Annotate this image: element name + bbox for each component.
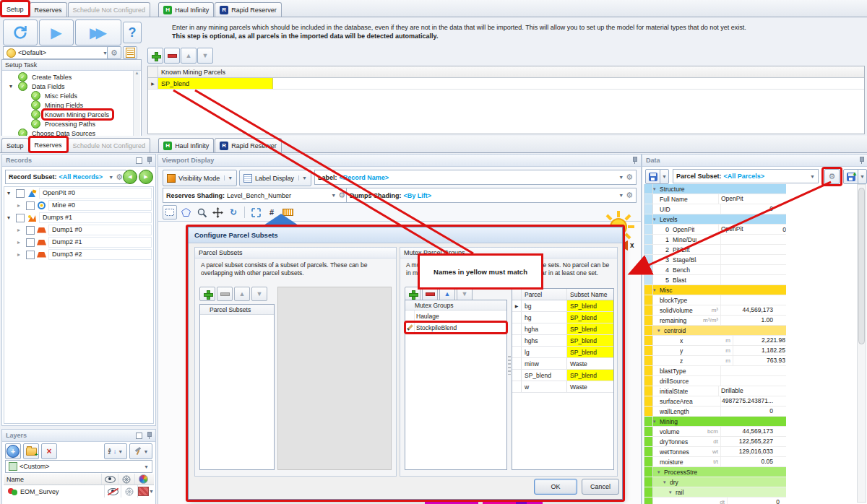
tab-setup[interactable]: Setup bbox=[1, 138, 29, 152]
tree-item-mine[interactable]: ▸ Mine #0 bbox=[4, 199, 153, 212]
parcel-table-row[interactable]: hg SP_blend bbox=[512, 312, 613, 323]
data-scrollbar[interactable] bbox=[857, 184, 866, 503]
expand-arrow-icon[interactable]: ▸ bbox=[17, 239, 24, 246]
property-row[interactable]: ▾ blastType bbox=[644, 366, 786, 376]
label-field[interactable]: Label: <Record Name> ▼ ⚙ bbox=[314, 170, 637, 185]
sort-layers-button[interactable]: AZ ↓ ▼ bbox=[104, 443, 127, 459]
tab-haul-infinity[interactable]: HHaul Infinity bbox=[158, 138, 214, 152]
parcel-table-row[interactable]: w Waste bbox=[512, 381, 613, 393]
property-row[interactable]: ▾ 5 Blast bbox=[644, 275, 786, 285]
parcel-table-row[interactable]: hgha SP_blend bbox=[512, 323, 613, 335]
tab-reserves[interactable]: Reserves bbox=[30, 136, 67, 152]
setup-task-mining-fields[interactable]: Mining Fields bbox=[2, 100, 141, 110]
gear-icon[interactable]: ⚙ bbox=[116, 173, 123, 181]
dialog-title-bar[interactable]: Configure Parcel Subsets bbox=[189, 227, 622, 243]
move-down-button[interactable]: ▼ bbox=[197, 48, 213, 64]
sp-blend-cell[interactable]: SP_blend bbox=[158, 78, 273, 89]
subset-name-cell[interactable]: SP_blend bbox=[567, 370, 613, 381]
setup-task-misc-fields[interactable]: Misc Fields bbox=[2, 91, 141, 100]
property-row[interactable]: ▾ 0 OpenPit/Dumps OpenPit 0 bbox=[644, 225, 786, 235]
property-row[interactable]: ▾ wetTonnes wt 129,016,033 bbox=[644, 447, 786, 457]
layer-wireframe-toggle[interactable] bbox=[121, 485, 137, 498]
subset-name-cell[interactable]: SP_blend bbox=[567, 335, 613, 346]
export-button[interactable]: ▲ bbox=[843, 169, 859, 184]
property-row[interactable]: ▾ y m 1,182.25 bbox=[644, 346, 786, 356]
parcel-table-row[interactable]: SP_blend SP_blend bbox=[512, 370, 613, 381]
parcel-subset-settings-button[interactable]: ⚙ bbox=[824, 169, 840, 184]
subset-name-cell[interactable]: SP_blend bbox=[567, 300, 613, 311]
move-up-button[interactable]: ▲ bbox=[181, 48, 197, 64]
property-row[interactable]: ▾ centroid bbox=[644, 326, 786, 336]
reserves-shading-field[interactable]: Reserves Shading: Level_Bench_Number ▼ ⚙ bbox=[163, 188, 349, 203]
tab-setup[interactable]: Setup bbox=[1, 1, 29, 17]
tree-item-openpit[interactable]: ▾ OpenPit #0 bbox=[4, 187, 153, 199]
expand-arrow-icon[interactable]: ▾ bbox=[7, 214, 14, 221]
subset-name-column-header[interactable]: Subset Name bbox=[567, 289, 613, 300]
remove-subset-button[interactable] bbox=[217, 287, 233, 301]
parcel-cell[interactable]: hg bbox=[522, 312, 567, 323]
tree-item-dump1[interactable]: ▸ Dump1 #0 bbox=[4, 224, 153, 236]
pin-icon[interactable] bbox=[631, 157, 637, 164]
property-row[interactable]: ▾ Full Name OpenPit bbox=[644, 194, 786, 204]
expand-arrow-icon[interactable]: ▸ bbox=[17, 227, 24, 233]
property-row[interactable]: ▾ moisture t/t 0.05 bbox=[644, 457, 786, 467]
parcel-table-row[interactable]: lg SP_blend bbox=[512, 347, 613, 358]
parcel-cell[interactable]: minw bbox=[522, 358, 567, 369]
subset-name-cell[interactable]: Waste bbox=[567, 381, 613, 392]
subset-name-cell[interactable]: SP_blend bbox=[567, 323, 613, 334]
property-row[interactable]: ▾ 4 Bench bbox=[644, 265, 786, 275]
tree-item-dump2[interactable]: ▸ Dump2 #1 bbox=[4, 236, 153, 248]
gear-icon[interactable]: ⚙ bbox=[338, 191, 345, 199]
profile-select[interactable]: <Default> ▼ bbox=[3, 46, 111, 59]
property-row[interactable]: ▾ 1 Mine/Dump bbox=[644, 235, 786, 245]
parcel-cell[interactable]: lg bbox=[522, 347, 567, 357]
save-layout-dropdown[interactable]: ▼ bbox=[660, 169, 669, 184]
tab-rapid-reserver[interactable]: RRapid Reserver bbox=[215, 138, 282, 152]
property-row[interactable]: ▾ Structure bbox=[644, 184, 786, 194]
expand-arrow-icon[interactable]: ▾ bbox=[7, 190, 14, 196]
orbit-tool[interactable]: ↻ bbox=[226, 205, 241, 220]
property-row[interactable]: ▾ dryTonnes dt 122,565,227 bbox=[644, 437, 786, 447]
pin-icon[interactable] bbox=[858, 157, 864, 164]
property-row[interactable]: ▾ drillSource bbox=[644, 376, 786, 386]
property-row[interactable]: ▾ solidVolume m³ 44,569,173 bbox=[644, 305, 786, 316]
parcel-cell[interactable]: bg bbox=[522, 300, 567, 311]
subset-name-cell[interactable]: SP_blend bbox=[567, 312, 613, 323]
tree-item-dumps[interactable]: ▾ Dumps #1 bbox=[4, 212, 153, 224]
parcel-table-row[interactable]: hghs SP_blend bbox=[512, 335, 613, 347]
parcel-cell[interactable]: SP_blend bbox=[522, 370, 567, 381]
checkbox[interactable] bbox=[26, 238, 35, 247]
pan-tool[interactable] bbox=[210, 205, 225, 220]
parcel-cell[interactable]: hghs bbox=[522, 335, 567, 346]
dumps-shading-field[interactable]: Dumps Shading: <By Lift> ▼ ⚙ bbox=[346, 188, 637, 203]
refresh-button[interactable] bbox=[3, 19, 38, 45]
setup-task-data-fields[interactable]: ▾Data Fields bbox=[2, 82, 141, 91]
parcel-cell[interactable]: hgha bbox=[522, 323, 567, 334]
zoom-tool[interactable] bbox=[194, 205, 209, 220]
mutex-groups-list[interactable]: Mutex Groups Haulage StockpileBlend bbox=[405, 300, 507, 470]
property-row[interactable]: ▾ Misc bbox=[644, 285, 786, 295]
expand-arrow-icon[interactable]: ▸ bbox=[17, 202, 24, 209]
property-row[interactable]: ▾ remaining m³/m³ 1.00 bbox=[644, 316, 786, 326]
mutex-group-row-haulage[interactable]: Haulage bbox=[405, 310, 506, 322]
expand-arrow-icon[interactable]: ▾ bbox=[9, 83, 16, 90]
property-row[interactable]: ▾ UID 0 bbox=[644, 204, 786, 214]
property-row[interactable]: ▾ Mining bbox=[644, 417, 786, 427]
property-row[interactable]: ▾ blockType bbox=[644, 295, 786, 305]
add-layer-button[interactable]: + bbox=[5, 443, 21, 459]
setup-task-create-tables[interactable]: Create Tables bbox=[2, 72, 141, 82]
export-dropdown[interactable]: ▼ bbox=[858, 169, 867, 184]
layer-tools-button[interactable]: ▼ bbox=[129, 443, 152, 459]
pin-icon[interactable] bbox=[146, 432, 152, 439]
property-row[interactable]: ▾ ProcessStreams bbox=[644, 467, 786, 477]
scrollbar-thumb[interactable] bbox=[858, 188, 865, 344]
tree-item-dump3[interactable]: ▸ Dump3 #2 bbox=[4, 248, 153, 261]
tab-reserves[interactable]: Reserves bbox=[30, 2, 67, 17]
previous-record-button[interactable]: ◀ bbox=[123, 170, 137, 184]
cancel-button[interactable]: Cancel bbox=[582, 479, 619, 495]
parcel-table-row[interactable]: ▶ bg SP_blend bbox=[512, 300, 613, 312]
checkbox[interactable] bbox=[26, 251, 35, 259]
mutex-group-row-stockpileblend[interactable]: StockpileBlend bbox=[405, 322, 506, 334]
layer-preset-select[interactable]: <Custom> ▼ bbox=[5, 460, 152, 473]
profile-settings-button[interactable]: ⚙ bbox=[107, 46, 121, 59]
